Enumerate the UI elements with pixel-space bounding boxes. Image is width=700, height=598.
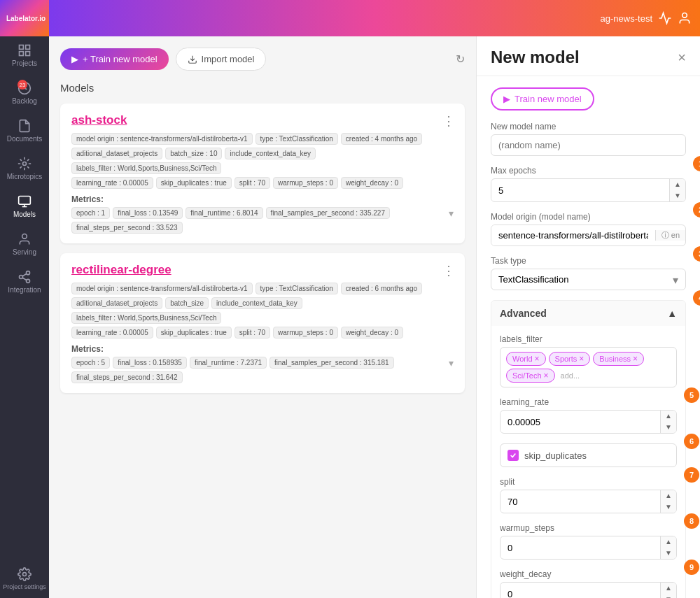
logo: Labelator.io (0, 0, 49, 36)
sidebar-item-integration[interactable]: Integration (0, 263, 49, 301)
metric-tag: final_loss : 0.158935 (113, 357, 187, 369)
task-type-select-wrap: TextClassification (491, 269, 686, 290)
svg-rect-7 (19, 197, 31, 205)
tag: type : TextClassification (255, 283, 338, 294)
expand-metrics-ash-stock[interactable]: ▾ (449, 208, 454, 219)
chart-icon[interactable] (658, 11, 672, 25)
tag: aditional_dataset_projects (71, 297, 162, 309)
filter-tag-sports[interactable]: Sports × (549, 352, 591, 366)
task-type-select[interactable]: TextClassification (491, 269, 685, 290)
warmup-spinner: ▲ ▼ (500, 536, 677, 560)
sidebar: Labelator.io Projects 23 Backlog Documen… (0, 0, 49, 598)
split-increment[interactable]: ▲ (661, 490, 676, 501)
lr-spinner-buttons: ▲ ▼ (660, 411, 676, 433)
warmup-steps-input[interactable] (500, 538, 660, 558)
svg-line-14 (22, 278, 27, 280)
sidebar-item-serving[interactable]: Serving (0, 225, 49, 263)
svg-line-15 (22, 273, 27, 276)
train-panel-button-label: Train new model (514, 94, 582, 104)
warmup-increment[interactable]: ▲ (661, 536, 676, 548)
train-icon: ▶ (71, 54, 78, 64)
filter-tag-world[interactable]: World × (506, 352, 546, 366)
warmup-decrement[interactable]: ▼ (661, 548, 676, 559)
project-name: ag-news-test (601, 13, 652, 24)
tag: learning_rate : 0.00005 (71, 327, 153, 339)
refresh-button[interactable]: ↻ (456, 52, 465, 66)
split-spinner-buttons: ▲ ▼ (660, 490, 676, 513)
model-name-rectilinear-degree[interactable]: rectilinear-degree (71, 263, 172, 277)
field-task-type: Task type TextClassification 4 (491, 256, 686, 290)
split-input[interactable] (500, 492, 660, 512)
sidebar-item-projects[interactable]: Projects (0, 36, 49, 74)
lr-decrement[interactable]: ▼ (661, 422, 676, 433)
model-card-ash-stock: ash-stock ⋮ model origin : sentence-tran… (60, 104, 465, 243)
metric-tag: final_loss : 0.13549 (113, 207, 183, 219)
field-model-origin: Model origin (model name) ⓘ en 3 (491, 212, 686, 246)
model-name-ash-stock[interactable]: ash-stock (71, 113, 127, 127)
wd-decrement[interactable]: ▼ (661, 594, 676, 598)
sidebar-item-backlog[interactable]: 23 Backlog (0, 74, 49, 112)
sidebar-item-serving-label: Serving (13, 248, 36, 256)
close-panel-button[interactable]: × (678, 50, 686, 66)
epochs-decrement[interactable]: ▼ (670, 190, 685, 201)
max-epochs-input[interactable] (491, 180, 669, 201)
skip-duplicates-checkbox[interactable] (507, 450, 519, 461)
lr-increment[interactable]: ▲ (661, 411, 676, 422)
model-name-input[interactable] (491, 134, 686, 156)
model-origin-input[interactable] (491, 225, 655, 245)
labels-filter-box[interactable]: World × Sports × Business × Sci/Tech × a… (500, 347, 677, 387)
learning-rate-input[interactable] (500, 412, 660, 432)
train-new-model-button[interactable]: ▶ + Train new model (60, 48, 169, 70)
sidebar-item-models-label: Models (13, 211, 36, 218)
sidebar-item-microtopics[interactable]: Microtopics (0, 150, 49, 187)
field-label-warmup-steps: warmup_steps (500, 523, 677, 533)
metric-tag: final_samples_per_second : 315.181 (270, 357, 393, 369)
weight-decay-input[interactable] (500, 584, 660, 599)
expand-metrics-rectilinear[interactable]: ▾ (449, 357, 454, 369)
remove-world[interactable]: × (535, 354, 540, 364)
sidebar-item-settings[interactable]: Project settings (0, 560, 49, 598)
tag: split : 70 (234, 177, 270, 189)
tag: include_context_data_key (211, 297, 302, 309)
filter-tag-scitech[interactable]: Sci/Tech × (506, 369, 555, 383)
field-learning-rate: learning_rate ▲ ▼ 6 (500, 397, 677, 434)
advanced-header[interactable]: Advanced ▲ (491, 301, 685, 326)
weight-decay-spinner: ▲ ▼ (500, 582, 677, 598)
remove-business[interactable]: × (633, 354, 638, 364)
train-new-model-panel-button[interactable]: ▶ Train new model (491, 87, 594, 111)
toolbar: ▶ + Train new model Import model ↻ (60, 48, 465, 71)
main-content: ag-news-test ▶ + Train new model Import … (49, 0, 700, 598)
sidebar-item-documents[interactable]: Documents (0, 112, 49, 150)
panel-header: New model × (477, 36, 700, 76)
import-model-button[interactable]: Import model (176, 48, 267, 71)
field-badge-9: 9 (684, 560, 699, 575)
wd-increment[interactable]: ▲ (661, 583, 676, 594)
epochs-increment[interactable]: ▲ (670, 179, 685, 190)
new-model-panel: New model × ▶ Train new model New model … (476, 36, 700, 598)
field-badge-4: 4 (693, 290, 700, 306)
add-tag-input[interactable]: add... (558, 370, 583, 381)
advanced-section: Advanced ▲ labels_filter World × Sports … (491, 300, 686, 598)
skip-duplicates-row: skip_duplicates (500, 443, 677, 467)
logo-text: Labelator.io (6, 15, 46, 22)
model-menu-ash-stock[interactable]: ⋮ (442, 113, 455, 129)
tag: batch_size : 10 (165, 148, 222, 159)
svg-rect-3 (20, 52, 24, 56)
split-decrement[interactable]: ▼ (661, 501, 676, 513)
metric-tag: final_runtime : 7.2371 (190, 357, 267, 369)
metrics2-ash-stock: final_steps_per_second : 33.523 (71, 222, 454, 234)
filter-tag-business[interactable]: Business × (593, 352, 644, 366)
remove-sports[interactable]: × (579, 354, 584, 364)
models-panel: ▶ + Train new model Import model ↻ Model… (49, 36, 476, 598)
user-icon[interactable] (678, 11, 692, 25)
import-icon (188, 55, 197, 64)
field-badge-6: 6 (684, 434, 699, 449)
sidebar-item-models[interactable]: Models (0, 187, 49, 225)
field-warmup-steps: warmup_steps ▲ ▼ 9 (500, 523, 677, 560)
metric-tag: final_runtime : 6.8014 (186, 207, 262, 219)
remove-scitech[interactable]: × (544, 371, 549, 380)
model-menu-rectilinear-degree[interactable]: ⋮ (442, 263, 455, 278)
tag: type : TextClassification (255, 133, 338, 145)
tag: skip_duplicates : true (156, 177, 232, 189)
tag: labels_filter : World,Sports,Business,Sc… (71, 162, 221, 174)
